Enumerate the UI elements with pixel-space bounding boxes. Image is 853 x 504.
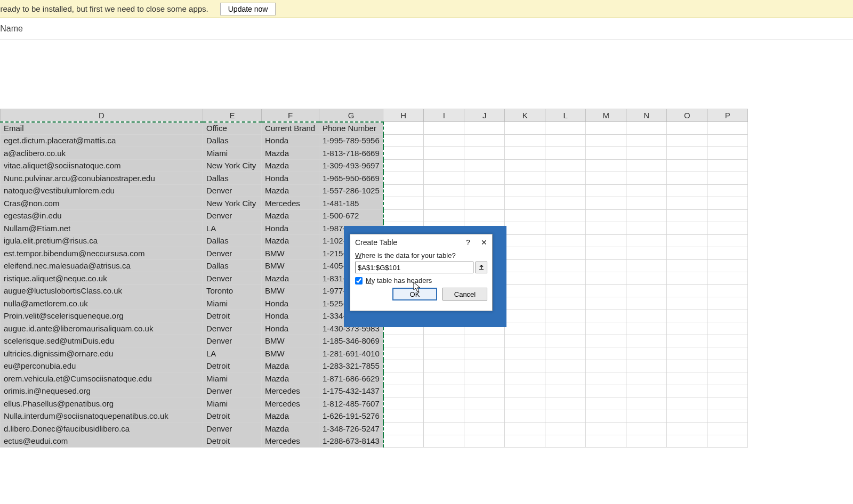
cell[interactable] (667, 410, 707, 422)
cell[interactable] (464, 197, 505, 210)
cell[interactable]: 1-309-493-9697 (319, 159, 383, 172)
cell[interactable] (464, 360, 505, 372)
cell[interactable] (505, 422, 545, 435)
cell[interactable] (505, 372, 545, 385)
cell[interactable] (424, 209, 464, 222)
cell[interactable] (545, 247, 586, 260)
cell[interactable]: 1-871-686-6629 (319, 372, 383, 385)
cell[interactable] (505, 410, 545, 422)
cell[interactable] (586, 147, 626, 160)
cell[interactable]: natoque@vestibulumlorem.edu (1, 184, 203, 197)
cell[interactable]: Mazda (262, 159, 319, 172)
cell[interactable] (586, 247, 626, 260)
cell[interactable]: eget.dictum.placerat@mattis.ca (1, 134, 203, 147)
cell[interactable] (464, 335, 505, 347)
cell[interactable]: augue.id.ante@liberomaurisaliquam.co.uk (1, 322, 203, 335)
cell[interactable] (545, 360, 586, 372)
cell[interactable] (424, 172, 464, 185)
dialog-titlebar[interactable]: Create Table ? ✕ (350, 234, 492, 250)
cell[interactable]: New York City (203, 159, 262, 172)
cell[interactable]: ristique.aliquet@neque.co.uk (1, 272, 203, 285)
cell[interactable]: egestas@in.edu (1, 209, 203, 222)
cell[interactable] (383, 410, 424, 422)
cell[interactable] (707, 197, 748, 210)
cell[interactable] (707, 134, 748, 147)
formula-bar[interactable]: rst Name (0, 18, 853, 39)
cell[interactable]: Mercedes (262, 197, 319, 210)
cell[interactable]: Denver (203, 385, 262, 397)
cell[interactable] (545, 372, 586, 385)
cell[interactable]: Denver (203, 209, 262, 222)
cell[interactable]: Denver (203, 247, 262, 260)
cell[interactable] (383, 122, 424, 135)
cell[interactable]: Mazda (262, 209, 319, 222)
cell[interactable] (626, 122, 667, 135)
cell[interactable] (424, 372, 464, 385)
cell[interactable] (667, 122, 707, 135)
cell[interactable] (424, 360, 464, 372)
cell[interactable] (586, 335, 626, 347)
cell[interactable] (707, 397, 748, 410)
cell[interactable] (424, 347, 464, 360)
cell[interactable]: Mazda (262, 360, 319, 372)
cell[interactable] (545, 410, 586, 422)
column-header-D[interactable]: D (1, 109, 203, 122)
update-now-button[interactable]: Update now (220, 3, 276, 15)
cell[interactable] (383, 147, 424, 160)
cell[interactable] (586, 347, 626, 360)
cell[interactable] (383, 209, 424, 222)
cell[interactable] (667, 147, 707, 160)
cell[interactable]: Denver (203, 322, 262, 335)
cell[interactable]: Mercedes (262, 397, 319, 410)
cell[interactable] (667, 322, 707, 335)
cell[interactable]: eleifend.nec.malesuada@atrisus.ca (1, 259, 203, 272)
cell[interactable] (545, 184, 586, 197)
cell[interactable] (505, 234, 545, 247)
cell[interactable] (424, 397, 464, 410)
cell[interactable] (424, 197, 464, 210)
cell[interactable]: Email (1, 122, 203, 135)
cell[interactable]: 1-995-789-5956 (319, 134, 383, 147)
cell[interactable] (383, 385, 424, 397)
cell[interactable]: 1-281-691-4010 (319, 347, 383, 360)
cell[interactable] (464, 397, 505, 410)
cell[interactable] (667, 172, 707, 185)
cell[interactable] (626, 247, 667, 260)
cell[interactable] (505, 222, 545, 235)
cell[interactable]: Nulla.interdum@sociisnatoquepenatibus.co… (1, 410, 203, 422)
cell[interactable] (586, 272, 626, 285)
cell[interactable]: ultricies.dignissim@ornare.edu (1, 347, 203, 360)
cell[interactable] (505, 272, 545, 285)
cell[interactable]: est.tempor.bibendum@neccursusa.com (1, 247, 203, 260)
cell[interactable]: 1-348-726-5247 (319, 422, 383, 435)
cell[interactable]: Detroit (203, 410, 262, 422)
cell[interactable] (667, 247, 707, 260)
cell[interactable] (667, 259, 707, 272)
cell[interactable] (667, 310, 707, 322)
cell[interactable] (626, 159, 667, 172)
cell[interactable] (545, 347, 586, 360)
cell[interactable]: Mazda (262, 184, 319, 197)
cell[interactable] (586, 134, 626, 147)
cell[interactable] (383, 347, 424, 360)
cell[interactable] (586, 284, 626, 297)
cell[interactable] (424, 435, 464, 448)
cell[interactable] (464, 347, 505, 360)
cell[interactable]: BMW (262, 347, 319, 360)
headers-checkbox[interactable] (355, 277, 363, 284)
cell[interactable] (707, 184, 748, 197)
cell[interactable] (545, 172, 586, 185)
collapse-dialog-icon[interactable] (476, 262, 487, 273)
cell[interactable] (545, 435, 586, 448)
cell[interactable]: Detroit (203, 435, 262, 448)
cell[interactable]: Denver (203, 272, 262, 285)
cell[interactable] (707, 172, 748, 185)
cell[interactable] (707, 335, 748, 347)
cell[interactable]: scelerisque.sed@utmiDuis.edu (1, 335, 203, 347)
cell[interactable] (464, 372, 505, 385)
cell[interactable] (586, 360, 626, 372)
cell[interactable] (707, 122, 748, 135)
cell[interactable] (586, 209, 626, 222)
cell[interactable] (505, 147, 545, 160)
cell[interactable]: Miami (203, 372, 262, 385)
